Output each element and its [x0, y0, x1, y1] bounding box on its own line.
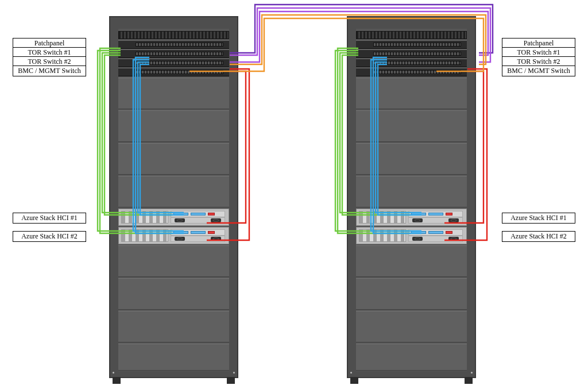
blank-panel — [118, 245, 229, 277]
hci2-device — [356, 227, 467, 244]
label-bmc-right: BMC / MGMT Switch — [502, 66, 575, 76]
bmc-device — [118, 68, 229, 76]
patchpanel-device — [356, 40, 467, 49]
blank-panel — [118, 311, 229, 342]
blank-panel — [356, 110, 467, 142]
hci2-device — [118, 227, 229, 244]
blank-panel — [356, 278, 467, 310]
blank-panel — [356, 344, 467, 371]
rack-left — [109, 16, 238, 378]
blank-panel — [118, 278, 229, 310]
blank-panel — [118, 78, 229, 109]
hci1-device — [356, 209, 467, 226]
rack-vent — [118, 31, 229, 39]
blank-panel — [118, 143, 229, 175]
cable-overlay — [0, 0, 588, 385]
bmc-device — [356, 68, 467, 76]
label-hci2-right: Azure Stack HCI #2 — [502, 231, 575, 242]
hci1-device — [118, 209, 229, 226]
tor2-device — [118, 59, 229, 67]
blank-panel — [118, 344, 229, 371]
blank-panel — [118, 110, 229, 142]
blank-panel — [356, 245, 467, 277]
rack-right — [347, 16, 476, 378]
rack-vent — [356, 31, 467, 39]
label-bmc-left: BMC / MGMT Switch — [13, 66, 86, 76]
blank-panel — [356, 143, 467, 175]
label-hci1-left: Azure Stack HCI #1 — [13, 213, 86, 224]
tor1-device — [118, 49, 229, 58]
patchpanel-device — [118, 40, 229, 49]
blank-panel — [356, 311, 467, 342]
label-hci2-left: Azure Stack HCI #2 — [13, 231, 86, 242]
blank-panel — [356, 78, 467, 109]
blank-panel — [118, 176, 229, 207]
label-hci1-right: Azure Stack HCI #1 — [502, 213, 575, 224]
tor2-device — [356, 59, 467, 67]
blank-panel — [356, 176, 467, 207]
tor1-device — [356, 49, 467, 58]
